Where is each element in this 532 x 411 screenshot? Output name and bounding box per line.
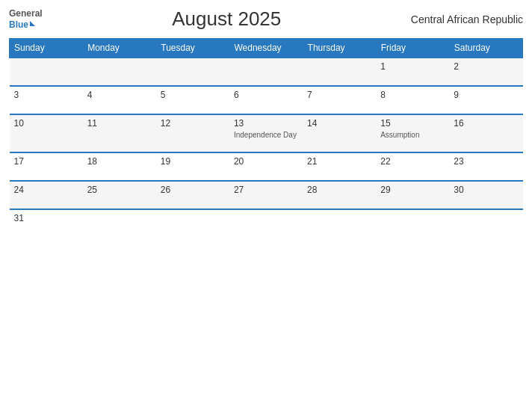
day-number: 9: [454, 90, 518, 100]
day-number: 27: [234, 185, 298, 195]
calendar-cell: [303, 209, 376, 237]
calendar-cell: 23: [449, 152, 522, 181]
calendar-cell: 6: [229, 86, 303, 114]
calendar-wrapper: General Blue August 2025 Central African…: [0, 0, 532, 411]
event-label: Assumption: [380, 130, 445, 140]
calendar-week-row: 12: [10, 58, 523, 86]
weekday-header-row: Sunday Monday Tuesday Wednesday Thursday…: [10, 39, 523, 58]
day-number: 31: [14, 213, 78, 223]
calendar-cell: 14: [303, 114, 376, 152]
calendar-cell: 22: [376, 152, 449, 181]
day-number: 5: [161, 90, 225, 100]
calendar-cell: [83, 58, 156, 86]
calendar-cell: 1: [376, 58, 449, 86]
day-number: 11: [87, 118, 152, 129]
header-thursday: Thursday: [303, 39, 376, 58]
logo-triangle-icon: [30, 21, 35, 26]
day-number: 4: [87, 90, 152, 100]
calendar-cell: 28: [303, 181, 376, 209]
calendar-cell: [229, 209, 303, 237]
header-monday: Monday: [83, 39, 156, 58]
calendar-cell: 10: [10, 114, 83, 152]
calendar-cell: 9: [449, 86, 522, 114]
calendar-cell: 31: [10, 209, 83, 237]
calendar-cell: 16: [449, 114, 522, 152]
day-number: 18: [87, 156, 152, 167]
calendar-cell: 27: [229, 181, 303, 209]
calendar-header: General Blue August 2025 Central African…: [9, 7, 523, 31]
day-number: 10: [14, 118, 78, 129]
header-tuesday: Tuesday: [156, 39, 229, 58]
calendar-title: August 2025: [43, 7, 411, 31]
calendar-cell: [83, 209, 156, 237]
logo-general-text: General: [9, 8, 43, 19]
calendar-week-row: 17181920212223: [10, 152, 523, 181]
calendar-cell: 29: [376, 181, 449, 209]
day-number: 13: [234, 118, 298, 129]
calendar-cell: 19: [156, 152, 229, 181]
calendar-cell: [229, 58, 303, 86]
calendar-cell: 21: [303, 152, 376, 181]
day-number: 7: [307, 90, 371, 100]
day-number: 17: [14, 156, 78, 167]
day-number: 20: [234, 156, 298, 167]
header-friday: Friday: [376, 39, 449, 58]
country-label: Central African Republic: [411, 13, 523, 25]
day-number: 1: [380, 61, 445, 72]
calendar-cell: 26: [156, 181, 229, 209]
calendar-cell: 11: [83, 114, 156, 152]
day-number: 29: [380, 185, 445, 195]
calendar-cell: [303, 58, 376, 86]
calendar-body: 12345678910111213Independence Day1415Ass…: [10, 58, 523, 237]
day-number: 24: [14, 185, 78, 195]
logo: General Blue: [9, 8, 43, 30]
calendar-cell: [10, 58, 83, 86]
calendar-cell: 4: [83, 86, 156, 114]
calendar-cell: 5: [156, 86, 229, 114]
calendar-cell: 13Independence Day: [229, 114, 303, 152]
calendar-cell: 24: [10, 181, 83, 209]
header-sunday: Sunday: [10, 39, 83, 58]
day-number: 16: [454, 118, 518, 129]
calendar-cell: 17: [10, 152, 83, 181]
day-number: 30: [454, 185, 518, 195]
day-number: 23: [454, 156, 518, 167]
day-number: 15: [380, 118, 445, 129]
day-number: 21: [307, 156, 371, 167]
day-number: 19: [161, 156, 225, 167]
event-label: Independence Day: [234, 130, 298, 140]
calendar-cell: [156, 58, 229, 86]
calendar-cell: 3: [10, 86, 83, 114]
calendar-cell: 12: [156, 114, 229, 152]
day-number: 6: [234, 90, 298, 100]
logo-blue-text: Blue: [9, 19, 43, 30]
calendar-cell: [156, 209, 229, 237]
calendar-cell: 15Assumption: [376, 114, 449, 152]
day-number: 3: [14, 90, 78, 100]
calendar-cell: [449, 209, 522, 237]
header-wednesday: Wednesday: [229, 39, 303, 58]
calendar-cell: 8: [376, 86, 449, 114]
day-number: 8: [380, 90, 445, 100]
day-number: 22: [380, 156, 445, 167]
calendar-week-row: 24252627282930: [10, 181, 523, 209]
calendar-cell: 25: [83, 181, 156, 209]
calendar-cell: 7: [303, 86, 376, 114]
calendar-cell: 30: [449, 181, 522, 209]
day-number: 26: [161, 185, 225, 195]
calendar-table: Sunday Monday Tuesday Wednesday Thursday…: [9, 38, 523, 237]
calendar-cell: 20: [229, 152, 303, 181]
calendar-cell: 2: [449, 58, 522, 86]
calendar-thead: Sunday Monday Tuesday Wednesday Thursday…: [10, 39, 523, 58]
day-number: 25: [87, 185, 152, 195]
day-number: 12: [161, 118, 225, 129]
calendar-week-row: 10111213Independence Day1415Assumption16: [10, 114, 523, 152]
calendar-week-row: 31: [10, 209, 523, 237]
calendar-cell: [376, 209, 449, 237]
header-saturday: Saturday: [449, 39, 522, 58]
day-number: 2: [454, 61, 518, 72]
day-number: 14: [307, 118, 371, 129]
day-number: 28: [307, 185, 371, 195]
calendar-week-row: 3456789: [10, 86, 523, 114]
calendar-cell: 18: [83, 152, 156, 181]
